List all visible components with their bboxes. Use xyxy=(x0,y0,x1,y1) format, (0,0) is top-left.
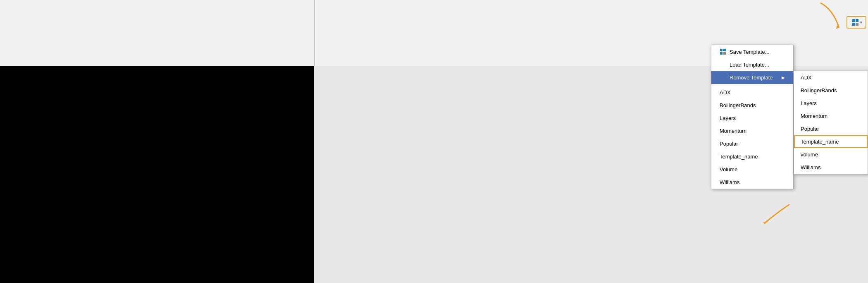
template-williams[interactable]: Williams xyxy=(711,176,793,189)
svg-rect-39 xyxy=(852,23,855,26)
template-button[interactable]: ▾ xyxy=(847,16,866,29)
dropdown-container: Save Template... Load Template... Remove… xyxy=(711,45,868,189)
template-momentum[interactable]: Momentum xyxy=(711,125,793,137)
svg-rect-55 xyxy=(723,52,726,55)
template-momentum-label: Momentum xyxy=(720,128,746,134)
sub-momentum[interactable]: Momentum xyxy=(794,110,868,122)
sub-popular[interactable]: Popular xyxy=(794,122,868,135)
sub-williams[interactable]: Williams xyxy=(794,161,868,174)
sub-adx[interactable]: ADX xyxy=(794,71,868,84)
svg-rect-38 xyxy=(856,19,858,22)
sub-template-name-label: Template_name xyxy=(801,139,839,145)
template-bollinger[interactable]: BollingerBands xyxy=(711,99,793,112)
save-template-label: Save Template... xyxy=(730,49,770,55)
sub-adx-label: ADX xyxy=(801,74,812,81)
save-template-item[interactable]: Save Template... xyxy=(711,45,793,58)
sub-layers-label: Layers xyxy=(801,100,817,106)
template-template-name[interactable]: Template_name xyxy=(711,150,793,163)
sub-bollinger[interactable]: BollingerBands xyxy=(794,84,868,97)
template-name-label: Template_name xyxy=(720,153,758,160)
template-layers-label: Layers xyxy=(720,115,736,121)
remove-template-item[interactable]: Remove Template ▶ xyxy=(711,71,793,84)
load-template-label: Load Template... xyxy=(720,62,769,68)
template-icon xyxy=(851,18,859,26)
sub-volume-label: volume xyxy=(801,151,818,158)
sub-template-name[interactable]: Template_name xyxy=(794,135,868,148)
sub-momentum-label: Momentum xyxy=(801,113,827,119)
template-dropdown-indicator: ▾ xyxy=(860,20,862,24)
template-volume[interactable]: Volume xyxy=(711,163,793,176)
main-dropdown: Save Template... Load Template... Remove… xyxy=(711,45,794,189)
template-popular-label: Popular xyxy=(720,141,738,147)
svg-rect-40 xyxy=(856,23,858,26)
template-adx-label: ADX xyxy=(720,89,731,96)
save-template-icon xyxy=(720,48,726,55)
svg-rect-53 xyxy=(723,49,726,51)
sub-bollinger-label: BollingerBands xyxy=(801,87,837,94)
dropdown-separator-1 xyxy=(711,85,793,85)
sub-williams-label: Williams xyxy=(801,164,820,170)
sub-layers[interactable]: Layers xyxy=(794,97,868,110)
template-volume-label: Volume xyxy=(720,166,737,173)
template-bollinger-label: BollingerBands xyxy=(720,102,756,108)
template-williams-label: Williams xyxy=(720,179,739,185)
remove-template-submenu: ADX BollingerBands Layers Momentum Popul… xyxy=(794,71,868,174)
menus-wrapper: Save Template... Load Template... Remove… xyxy=(711,45,868,189)
svg-rect-37 xyxy=(852,19,855,22)
template-layers[interactable]: Layers xyxy=(711,112,793,125)
remove-template-label: Remove Template xyxy=(720,74,773,81)
template-adx[interactable]: ADX xyxy=(711,86,793,99)
svg-rect-52 xyxy=(720,49,723,51)
load-template-item[interactable]: Load Template... xyxy=(711,58,793,71)
sub-popular-label: Popular xyxy=(801,126,819,132)
sub-volume[interactable]: volume xyxy=(794,148,868,161)
template-popular[interactable]: Popular xyxy=(711,137,793,150)
remove-template-arrow: ▶ xyxy=(782,75,785,80)
svg-rect-54 xyxy=(720,52,723,55)
